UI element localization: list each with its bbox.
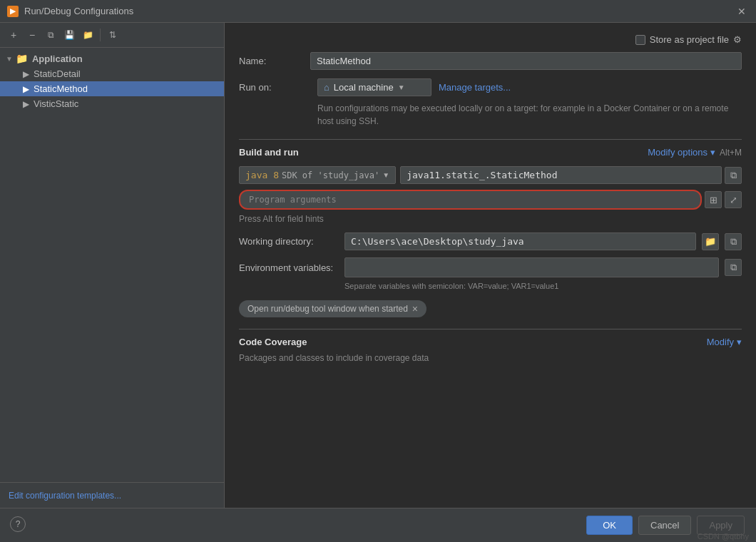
watermark: CSDN @qtbhy [698,532,749,541]
config-item-icon-selected: ▶ [23,84,29,94]
code-coverage-title: Code Coverage [239,337,307,347]
env-hint-text: Separate variables with semicolon: VAR=v… [344,282,742,290]
dialog-title: Run/Debug Configurations [24,6,133,16]
tree-expand-arrow: ▼ [6,55,13,63]
sidebar-bottom: Edit configuration templates... [0,482,224,508]
remove-tag-button[interactable]: × [412,303,418,315]
copy-class-button[interactable]: ⧉ [725,167,742,184]
alt-shortcut: Alt+M [720,148,742,158]
code-coverage-header: Code Coverage Modify ▾ [239,337,742,347]
house-icon: ⌂ [324,82,330,93]
help-button[interactable]: ? [10,516,26,532]
local-machine-label: Local machine [334,82,394,93]
sort-config-button[interactable]: ⇅ [105,27,121,43]
run-on-dropdown[interactable]: ⌂ Local machine ▼ [317,78,431,96]
close-button[interactable]: ✕ [735,4,749,19]
tree-item-label-selected: StaticMethod [34,83,88,94]
field-hint-text: Press Alt for field hints [239,214,742,224]
build-run-section-header: Build and run Modify options ▾ Alt+M [239,139,742,158]
config-tree: ▼ 📁 Application ▶ StaticDetail ▶ StaticM… [0,48,224,482]
folder-config-button[interactable]: 📁 [80,27,96,43]
run-on-label: Run on: [239,82,310,93]
open-debug-tag: Open run/debug tool window when started … [239,300,426,317]
expand-args-button[interactable]: ⊞ [705,191,722,208]
run-description: Run configurations may be executed local… [317,102,742,128]
copy-env-button[interactable]: ⧉ [725,259,742,276]
edit-templates-link[interactable]: Edit configuration templates... [9,491,121,501]
sdk-dropdown-arrow: ▼ [382,171,389,179]
sidebar-toolbar: + − ⧉ 💾 📁 ⇅ [0,23,224,48]
modify-options-arrow: ▾ [710,147,715,158]
modify-coverage-link[interactable]: Modify ▾ [707,337,742,347]
title-bar: ▶ Run/Debug Configurations ✕ [0,0,756,23]
env-vars-row: Environment variables: ⧉ [239,257,742,277]
tree-group-application[interactable]: ▼ 📁 Application [0,51,224,66]
config-item-icon: ▶ [23,69,29,79]
tree-item-label-3: VisticStatic [34,98,78,109]
program-args-input[interactable] [239,190,702,210]
store-project-row: Store as project file ⚙ [239,34,742,45]
tree-group-label: Application [32,53,83,64]
working-dir-row: Working directory: 📁 ⧉ [239,232,742,250]
modify-options-link[interactable]: Modify options ▾ [648,147,715,158]
open-debug-tag-row: Open run/debug tool window when started … [239,300,742,329]
app-icon: ▶ [7,6,19,17]
modify-coverage-label: Modify [707,337,734,347]
ok-button[interactable]: OK [586,516,633,535]
run-desc-text: Run configurations may be executed local… [317,103,728,126]
run-on-row: Run on: ⌂ Local machine ▼ Manage targets… [239,78,742,96]
browse-dir-button[interactable]: 📁 [702,233,719,250]
copy-config-button[interactable]: ⧉ [43,27,58,43]
save-config-button[interactable]: 💾 [61,27,77,43]
working-dir-input[interactable] [344,232,696,250]
main-layout: + − ⧉ 💾 📁 ⇅ ▼ 📁 Application [0,23,756,508]
sdk-class-row: java 8 SDK of 'study_java' ▼ ⧉ [239,166,742,184]
tree-item-visticstatic[interactable]: ▶ VisticStatic [0,96,224,111]
store-project-checkbox[interactable] [635,35,645,45]
cancel-button[interactable]: Cancel [638,516,691,535]
modify-options-label: Modify options [648,147,708,158]
java-label: java 8 [245,170,279,180]
config-item-icon-3: ▶ [23,99,29,109]
store-project-gear-icon[interactable]: ⚙ [733,34,742,45]
class-input-row: ⧉ [400,166,742,184]
folder-icon: 📁 [16,53,28,64]
working-dir-label: Working directory: [239,236,339,247]
toolbar-separator [100,29,101,41]
tree-item-label: StaticDetail [34,68,81,79]
remove-config-button[interactable]: − [24,27,40,43]
main-class-input[interactable] [400,166,722,184]
env-vars-label: Environment variables: [239,262,339,273]
right-panel: Store as project file ⚙ Name: Run on: ⌂ … [225,23,756,508]
name-label: Name: [239,56,310,66]
build-run-title: Build and run [239,147,299,158]
sidebar: + − ⧉ 💾 📁 ⇅ ▼ 📁 Application [0,23,225,508]
tree-item-staticmethod[interactable]: ▶ StaticMethod [0,81,224,96]
tree-item-staticdetail[interactable]: ▶ StaticDetail [0,66,224,81]
open-debug-tag-label: Open run/debug tool window when started [247,304,408,314]
coverage-description: Packages and classes to include in cover… [239,353,742,363]
sdk-suffix: SDK of 'study_java' [282,170,379,180]
resize-args-button[interactable]: ⤢ [725,191,742,208]
code-coverage-section: Code Coverage Modify ▾ Packages and clas… [239,329,742,363]
store-project-label: Store as project file [650,34,729,45]
modify-coverage-arrow: ▾ [737,337,742,347]
dropdown-arrow: ▼ [398,83,405,91]
name-row: Name: [239,52,742,70]
manage-targets-link[interactable]: Manage targets... [439,82,511,93]
name-input[interactable] [310,52,742,70]
sdk-dropdown[interactable]: java 8 SDK of 'study_java' ▼ [239,166,396,184]
bottom-bar: ? OK Cancel Apply CSDN @qtbhy [0,508,756,542]
add-config-button[interactable]: + [6,27,21,43]
program-args-row: ⊞ ⤢ [239,190,742,210]
env-vars-input[interactable] [344,257,719,277]
copy-dir-button[interactable]: ⧉ [725,233,742,250]
